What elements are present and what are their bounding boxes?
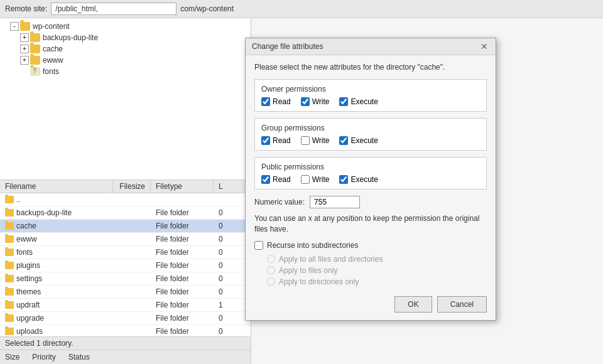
public-execute-checkbox[interactable]: [339, 175, 348, 184]
folder-icon-row-uploads: [5, 328, 14, 335]
numeric-value-input[interactable]: [310, 196, 360, 208]
dialog-title: Change file attributes: [252, 42, 323, 51]
file-type-updraft: File folder: [151, 299, 214, 311]
radio-dirs[interactable]: Apply to directories only: [267, 277, 487, 286]
file-row-fonts[interactable]: fonts File folder 0: [0, 246, 251, 259]
file-name-settings: settings: [0, 272, 113, 285]
group-write-check[interactable]: Write: [301, 136, 330, 145]
group-execute-checkbox[interactable]: [339, 136, 348, 145]
recurse-checkbox[interactable]: [254, 241, 263, 250]
owner-read-checkbox[interactable]: [261, 97, 270, 106]
numeric-label: Numeric value:: [254, 198, 305, 206]
dialog-titlebar: Change file attributes ✕: [246, 38, 496, 55]
file-row-ewww[interactable]: ewww File folder 0: [0, 233, 251, 246]
dialog-buttons: OK Cancel: [254, 294, 487, 313]
col-filename[interactable]: Filename: [0, 180, 113, 193]
group-execute-label: Execute: [350, 136, 378, 145]
tree-toggle-wp-content[interactable]: -: [10, 22, 19, 31]
file-type-ewww: File folder: [151, 233, 214, 245]
folder-icon-row-ewww: [5, 235, 14, 243]
radio-all-label: Apply to all files and directories: [279, 255, 383, 264]
recurse-label: Recurse into subdirectories: [267, 241, 358, 250]
group-write-checkbox[interactable]: [301, 136, 310, 145]
public-execute-label: Execute: [350, 175, 378, 184]
owner-read-check[interactable]: Read: [261, 97, 291, 106]
radio-all[interactable]: Apply to all files and directories: [267, 255, 487, 264]
status-text: Selected 1 directory.: [5, 339, 73, 348]
file-row-dotdot[interactable]: ..: [0, 193, 251, 206]
file-type-backups: File folder: [151, 206, 214, 219]
remote-site-input[interactable]: [51, 3, 177, 15]
file-row-updraft[interactable]: updraft File folder 1: [0, 299, 251, 312]
tree-item-wp-content[interactable]: - wp-content: [0, 21, 251, 32]
file-name-dotdot: ..: [0, 193, 113, 206]
owner-write-label: Write: [312, 97, 330, 106]
public-read-check[interactable]: Read: [261, 175, 291, 184]
file-name-upgrade: upgrade: [0, 312, 113, 324]
owner-execute-label: Execute: [350, 97, 378, 106]
file-row-upgrade[interactable]: upgrade File folder 0: [0, 312, 251, 325]
tree-toggle-ewww[interactable]: +: [20, 56, 29, 65]
folder-icon-row-settings: [5, 275, 14, 282]
public-read-checkbox[interactable]: [261, 175, 270, 184]
owner-execute-checkbox[interactable]: [339, 97, 348, 106]
tree-label-backups: backups-dup-lite: [43, 33, 98, 42]
tree-toggle-cache[interactable]: +: [20, 45, 29, 53]
tree-label-wp-content: wp-content: [33, 22, 70, 31]
file-row-uploads[interactable]: uploads File folder 0: [0, 325, 251, 336]
group-read-check[interactable]: Read: [261, 136, 291, 145]
file-type-themes: File folder: [151, 286, 214, 298]
group-execute-check[interactable]: Execute: [339, 136, 378, 145]
group-read-checkbox[interactable]: [261, 136, 270, 145]
owner-write-checkbox[interactable]: [301, 97, 310, 106]
owner-write-check[interactable]: Write: [301, 97, 330, 106]
cancel-button[interactable]: Cancel: [437, 296, 487, 313]
file-list-area: Filename Filesize Filetype L .. backups-…: [0, 180, 251, 336]
remote-site-label: Remote site:: [5, 4, 47, 13]
file-size-plugins: [113, 264, 151, 267]
owner-permissions-title: Owner permissions: [261, 85, 480, 94]
tree-item-cache[interactable]: + cache: [0, 43, 251, 55]
file-row-plugins[interactable]: plugins File folder 0: [0, 259, 251, 272]
owner-execute-check[interactable]: Execute: [339, 97, 378, 106]
tree-item-ewww[interactable]: + ewww: [0, 55, 251, 66]
numeric-value-row: Numeric value:: [254, 196, 487, 208]
file-row-settings[interactable]: settings File folder 0: [0, 272, 251, 286]
folder-icon-row-fonts: [5, 249, 14, 256]
public-permissions-title: Public permissions: [261, 163, 480, 171]
col-filetype[interactable]: Filetype: [151, 180, 214, 193]
tree-item-fonts[interactable]: fonts: [0, 66, 251, 77]
tree-label-ewww: ewww: [43, 56, 63, 65]
dialog-description: Please select the new attributes for the…: [254, 63, 487, 72]
file-type-plugins: File folder: [151, 259, 214, 272]
dialog-close-button[interactable]: ✕: [479, 42, 489, 51]
radio-files[interactable]: Apply to files only: [267, 266, 487, 275]
file-name-backups: backups-dup-lite: [0, 206, 113, 219]
file-list-header: Filename Filesize Filetype L: [0, 180, 251, 193]
file-row-themes[interactable]: themes File folder 0: [0, 286, 251, 299]
radio-files-input[interactable]: [267, 266, 275, 274]
col-filesize[interactable]: Filesize: [113, 180, 151, 193]
file-row-cache[interactable]: cache File folder 0: [0, 220, 251, 233]
folder-icon-row-backups: [5, 209, 14, 217]
dialog-body: Please select the new attributes for the…: [246, 55, 496, 320]
public-write-label: Write: [312, 175, 330, 184]
group-permissions-checkboxes: Read Write Execute: [261, 136, 480, 145]
tree-label-cache: cache: [43, 45, 63, 53]
public-write-checkbox[interactable]: [301, 175, 310, 184]
file-type-cache: File folder: [151, 220, 214, 232]
radio-dirs-input[interactable]: [267, 277, 275, 286]
file-row-backups[interactable]: backups-dup-lite File folder 0: [0, 206, 251, 220]
file-type-uploads: File folder: [151, 325, 214, 336]
radio-all-input[interactable]: [267, 255, 275, 263]
file-type-fonts: File folder: [151, 246, 214, 259]
public-write-check[interactable]: Write: [301, 175, 330, 184]
tree-item-backups[interactable]: + backups-dup-lite: [0, 32, 251, 43]
file-name-updraft: updraft: [0, 299, 113, 311]
public-execute-check[interactable]: Execute: [339, 175, 378, 184]
file-size-fonts: [113, 250, 151, 254]
file-type-upgrade: File folder: [151, 312, 214, 324]
ok-button[interactable]: OK: [394, 296, 432, 313]
tree-toggle-backups[interactable]: +: [20, 33, 29, 42]
file-size-updraft: [113, 303, 151, 307]
